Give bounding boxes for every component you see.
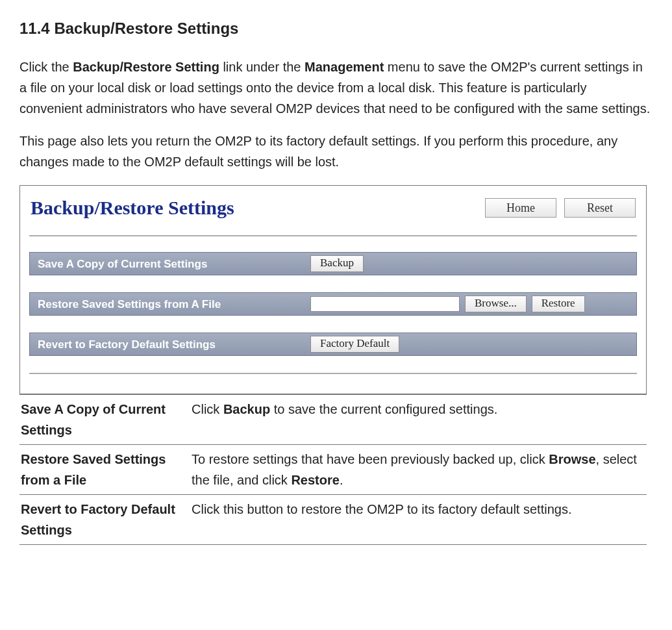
- text: Click: [192, 402, 223, 416]
- factory-default-button[interactable]: Factory Default: [310, 336, 399, 353]
- intro-paragraph-1: Click the Backup/Restore Setting link un…: [19, 57, 653, 119]
- table-row: Save A Copy of Current Settings Click Ba…: [19, 395, 647, 445]
- separator: [29, 235, 637, 236]
- def-revert: Click this button to restore the OM2P to…: [190, 495, 647, 545]
- term-save-copy: Save A Copy of Current Settings: [19, 395, 190, 445]
- page-title: Backup/Restore Settings: [31, 192, 234, 223]
- home-button[interactable]: Home: [485, 198, 556, 218]
- reset-button[interactable]: Reset: [564, 198, 636, 218]
- restore-file-input[interactable]: [310, 296, 460, 312]
- text: to save the current configured settings.: [270, 402, 497, 416]
- text: Click the: [19, 60, 73, 74]
- bold-backup: Backup: [223, 402, 270, 416]
- save-settings-row: Save A Copy of Current Settings Backup: [29, 252, 637, 275]
- text: link under the: [219, 60, 305, 74]
- def-restore: To restore settings that have been previ…: [190, 445, 647, 495]
- bold-browse: Browse: [549, 452, 595, 466]
- bold-menu-name: Management: [305, 60, 384, 74]
- backup-button[interactable]: Backup: [310, 255, 364, 272]
- def-save-copy: Click Backup to save the current configu…: [190, 395, 647, 445]
- restore-settings-label: Restore Saved Settings from A File: [30, 296, 310, 313]
- separator: [29, 373, 637, 374]
- revert-settings-label: Revert to Factory Default Settings: [30, 336, 310, 353]
- restore-button[interactable]: Restore: [532, 296, 585, 312]
- settings-screenshot: Backup/Restore Settings Home Reset Save …: [19, 185, 647, 394]
- table-row: Revert to Factory Default Settings Click…: [19, 495, 647, 545]
- browse-button[interactable]: Browse...: [465, 296, 527, 312]
- screenshot-titlebar: Backup/Restore Settings Home Reset: [24, 190, 642, 235]
- settings-description-table: Save A Copy of Current Settings Click Ba…: [19, 394, 647, 545]
- save-settings-label: Save A Copy of Current Settings: [30, 255, 310, 273]
- text: .: [340, 473, 343, 487]
- term-revert: Revert to Factory Default Settings: [19, 495, 190, 545]
- table-row: Restore Saved Settings from a File To re…: [19, 445, 647, 495]
- bold-restore: Restore: [291, 473, 339, 487]
- revert-settings-row: Revert to Factory Default Settings Facto…: [29, 333, 637, 356]
- intro-paragraph-2: This page also lets you return the OM2P …: [19, 131, 653, 172]
- section-heading: 11.4 Backup/Restore Settings: [19, 16, 653, 41]
- restore-settings-row: Restore Saved Settings from A File Brows…: [29, 292, 637, 316]
- bold-link-name: Backup/Restore Setting: [73, 60, 219, 74]
- term-restore: Restore Saved Settings from a File: [19, 445, 190, 495]
- text: To restore settings that have been previ…: [192, 452, 549, 466]
